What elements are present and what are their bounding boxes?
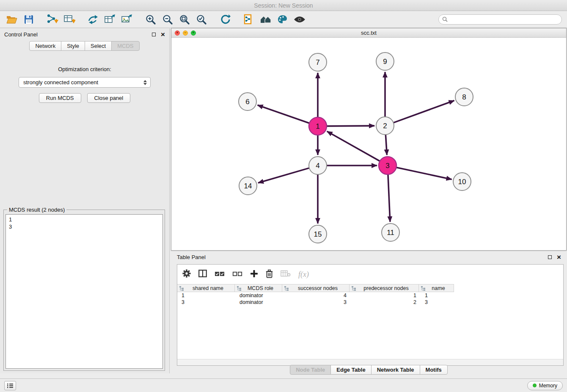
export-image-icon[interactable]	[120, 13, 134, 26]
table-horizontal-scrollbar[interactable]	[177, 359, 563, 365]
table-settings-gear-icon[interactable]	[182, 269, 191, 279]
table-row[interactable]: 3dominator323	[177, 299, 563, 306]
graph-node-15[interactable]: 15	[309, 225, 327, 243]
tab-style[interactable]: Style	[61, 41, 85, 51]
network-canvas[interactable]: 7968124314101511	[171, 38, 566, 250]
unselect-all-columns-icon[interactable]	[232, 271, 242, 278]
edge-1-to-2[interactable]	[327, 126, 374, 126]
column-header-shared-name[interactable]: shared name	[177, 284, 235, 292]
close-panel-button[interactable]: Close panel	[87, 93, 131, 103]
export-network-icon[interactable]	[86, 13, 100, 26]
graph-node-11[interactable]: 11	[382, 224, 399, 241]
edge-2-to-3[interactable]	[385, 135, 387, 155]
refresh-layout-icon[interactable]	[218, 13, 232, 26]
zoom-fit-icon[interactable]	[178, 13, 191, 26]
optimization-criterion-label: Optimization criterion:	[0, 66, 169, 72]
open-file-icon[interactable]	[5, 13, 19, 26]
svg-text:7: 7	[316, 58, 319, 66]
tab-select[interactable]: Select	[85, 41, 112, 51]
graph-node-8[interactable]: 8	[455, 88, 473, 106]
graph-node-4[interactable]: 4	[309, 157, 327, 174]
column-header-predecessor-nodes[interactable]: predecessor nodes	[349, 284, 419, 292]
table-header-row: shared nameMCDS rolesuccessor nodesprede…	[177, 284, 563, 292]
show-columns-icon[interactable]	[198, 270, 207, 279]
graph-node-14[interactable]: 14	[239, 177, 257, 195]
float-panel-icon[interactable]	[152, 33, 156, 36]
dropdown-selected-value: strongly connected component	[23, 79, 98, 86]
dropdown-stepper-icon	[143, 80, 147, 85]
mcds-result-list[interactable]: 13	[6, 214, 163, 369]
svg-text:14: 14	[244, 182, 252, 190]
search-box[interactable]	[438, 14, 562, 25]
paint-style-icon[interactable]	[276, 13, 289, 26]
graph-node-10[interactable]: 10	[453, 173, 471, 190]
tab-edge-table[interactable]: Edge Table	[330, 365, 371, 375]
graph-node-1[interactable]: 1	[309, 117, 327, 135]
memory-button[interactable]: Memory	[527, 381, 563, 390]
delete-column-icon[interactable]	[266, 269, 273, 280]
table-row[interactable]: 1dominator411	[177, 292, 563, 299]
float-table-panel-icon[interactable]	[548, 255, 552, 259]
optimization-criterion-select[interactable]: strongly connected component	[19, 77, 151, 88]
zoom-selected-icon[interactable]	[195, 13, 208, 26]
create-column-icon[interactable]	[250, 270, 258, 279]
graph-node-3[interactable]: 3	[379, 157, 396, 174]
memory-label: Memory	[539, 383, 557, 389]
table-cell: 3	[421, 299, 456, 305]
svg-text:9: 9	[383, 58, 387, 66]
clipboard-network-icon[interactable]	[242, 13, 256, 26]
tab-network-table[interactable]: Network Table	[371, 365, 420, 375]
zoom-in-icon[interactable]	[144, 13, 157, 26]
eye-icon[interactable]	[293, 13, 306, 26]
tab-node-table[interactable]: Node Table	[290, 365, 331, 375]
select-all-columns-icon[interactable]	[215, 271, 225, 278]
app-titlebar: Session: New Session	[0, 0, 567, 11]
tab-network[interactable]: Network	[29, 41, 61, 51]
graph-node-7[interactable]: 7	[309, 53, 327, 71]
table-cell: 3	[283, 299, 351, 305]
mcds-result-item[interactable]: 1	[9, 216, 160, 223]
edge-4-to-14[interactable]	[258, 168, 309, 183]
export-table-icon[interactable]	[103, 13, 117, 26]
import-network-icon[interactable]	[46, 13, 59, 26]
table-panel-title: Table Panel	[177, 254, 206, 260]
search-input[interactable]	[450, 16, 558, 22]
neighbors-icon[interactable]	[259, 13, 272, 26]
control-panel: Control Panel × NetworkStyleSelectMCDS O…	[0, 28, 170, 373]
table-cell: 3	[177, 299, 235, 305]
table-cell: dominator	[235, 299, 283, 305]
close-window-icon[interactable]: ×	[175, 30, 180, 36]
graph-node-2[interactable]: 2	[376, 117, 394, 135]
zoom-out-icon[interactable]	[161, 13, 174, 26]
tab-mcds[interactable]: MCDS	[111, 41, 139, 51]
import-table-icon[interactable]	[63, 13, 76, 26]
network-window-titlebar[interactable]: scc.txt × − +	[171, 28, 566, 38]
column-header-successor-nodes[interactable]: successor nodes	[282, 284, 350, 292]
edge-3-to-1[interactable]	[327, 131, 380, 161]
close-table-panel-icon[interactable]: ×	[557, 254, 561, 261]
svg-text:8: 8	[462, 93, 466, 101]
table-cell: dominator	[235, 293, 283, 298]
edge-1-to-6[interactable]	[258, 105, 310, 123]
column-header-MCDS-role[interactable]: MCDS role	[234, 284, 282, 292]
minimize-window-icon[interactable]: −	[183, 30, 188, 36]
edge-3-to-11[interactable]	[388, 174, 390, 222]
graph-node-9[interactable]: 9	[376, 52, 394, 70]
tab-motifs[interactable]: Motifs	[420, 365, 448, 375]
task-history-button[interactable]	[4, 381, 16, 390]
zoom-window-icon[interactable]: +	[191, 30, 196, 36]
table-cell: 1	[177, 293, 235, 298]
mcds-result-title: MCDS result (2 nodes)	[7, 207, 66, 213]
edge-2-to-8[interactable]	[394, 101, 454, 123]
run-mcds-button[interactable]: Run MCDS	[39, 93, 81, 103]
edge-3-to-10[interactable]	[396, 167, 452, 179]
save-icon[interactable]	[22, 13, 36, 26]
column-header-name[interactable]: name	[418, 284, 454, 292]
graph-node-6[interactable]: 6	[239, 93, 256, 110]
mcds-result-item[interactable]: 3	[9, 223, 160, 230]
list-icon	[7, 383, 14, 388]
network-window-title: scc.txt	[171, 30, 566, 36]
table-cell: 1	[351, 293, 421, 298]
close-panel-icon[interactable]: ×	[161, 31, 165, 38]
network-graph[interactable]: 7968124314101511	[171, 38, 566, 250]
